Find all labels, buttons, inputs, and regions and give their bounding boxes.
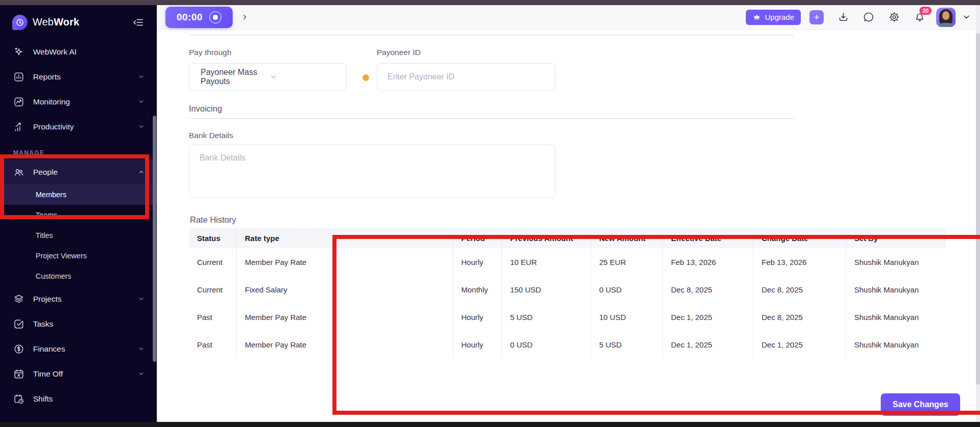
table-cell: Shushik Manukyan — [846, 331, 946, 358]
table-cell: 5 USD — [501, 303, 591, 331]
table-row: PastMember Pay RateHourly0 USD5 USDDec 1… — [189, 331, 946, 358]
chat-icon[interactable] — [863, 11, 875, 23]
sidebar-item-label: Shifts — [33, 394, 53, 404]
table-cell: Member Pay Rate — [236, 303, 453, 331]
header-cell-effective-date: Effective Date — [662, 228, 753, 248]
crown-icon — [752, 13, 761, 21]
sidebar-item-productivity[interactable]: Productivity — [0, 114, 157, 139]
payoneer-id-input[interactable] — [377, 63, 555, 91]
topbar: 00:00 Upgrade + — [157, 5, 976, 30]
chevron-down-icon — [138, 98, 145, 105]
plus-icon: + — [814, 12, 819, 22]
page-scrollbar-thumb[interactable] — [976, 33, 980, 385]
timer-expand-icon[interactable] — [241, 13, 248, 21]
reports-icon — [13, 71, 24, 83]
table-cell: 10 EUR — [501, 248, 591, 276]
sidebar-item-titles[interactable]: Titles — [0, 225, 157, 246]
payoneer-id-label: Payoneer ID — [377, 48, 421, 57]
sidebar-item-shifts[interactable]: Shifts — [0, 386, 157, 411]
finances-icon — [13, 343, 24, 355]
table-cell: Past — [189, 303, 236, 331]
download-icon[interactable] — [837, 11, 849, 23]
webwork-logo-icon — [12, 15, 27, 30]
sidebar-section-manage: MANAGE — [0, 139, 157, 159]
sidebar-item-webwork-ai[interactable]: WebWork AI — [0, 39, 157, 64]
timer-stop-icon[interactable] — [209, 11, 221, 23]
table-cell: Member Pay Rate — [236, 331, 453, 358]
sidebar-collapse-icon[interactable] — [132, 16, 145, 29]
table-cell: Shushik Manukyan — [846, 303, 946, 331]
add-button[interactable]: + — [809, 10, 824, 24]
header-cell-status: Status — [189, 228, 236, 248]
upgrade-button[interactable]: Upgrade — [746, 10, 801, 25]
status-dot — [362, 74, 369, 81]
table-cell: Past — [189, 331, 236, 358]
sidebar-item-time-off[interactable]: Time Off — [0, 361, 157, 386]
table-cell: 10 USD — [591, 303, 662, 331]
table-cell: 0 USD — [501, 331, 591, 358]
table-cell: 150 USD — [501, 276, 591, 303]
chevron-down-icon — [138, 296, 145, 302]
table-cell: Dec 1, 2025 — [753, 331, 846, 358]
table-row: PastMember Pay RateHourly5 USD10 USDDec … — [189, 303, 946, 331]
sidebar-item-people[interactable]: People — [0, 159, 157, 184]
select-chevron-down-icon — [269, 73, 338, 81]
table-row: CurrentFixed SalaryMonthly150 USD0 USDDe… — [189, 276, 946, 303]
table-cell: Dec 1, 2025 — [662, 303, 753, 331]
header-cell-set-by: Set By — [846, 228, 946, 248]
shifts-icon — [13, 393, 24, 405]
sidebar-item-tasks[interactable]: Tasks — [0, 311, 157, 336]
gear-icon[interactable] — [888, 11, 900, 23]
profile-chevron-down-icon[interactable] — [962, 13, 971, 21]
save-changes-button[interactable]: Save Changes — [881, 393, 960, 416]
sidebar-item-project-viewers[interactable]: Project Viewers — [0, 246, 157, 266]
main-content: Pay through Payoneer Mass Payouts Payone… — [157, 30, 976, 422]
table-cell: Dec 8, 2025 — [753, 276, 846, 303]
page-scrollbar[interactable] — [976, 5, 980, 422]
table-cell: Current — [189, 276, 236, 303]
sparkle-icon — [13, 46, 24, 58]
browser-frame-top — [0, 0, 980, 5]
sidebar-item-finances[interactable]: Finances — [0, 336, 157, 361]
avatar[interactable] — [936, 8, 956, 27]
table-cell: Feb 13, 2026 — [662, 248, 753, 276]
chevron-down-icon — [138, 123, 145, 130]
timer-button[interactable]: 00:00 — [165, 7, 233, 28]
topbar-actions: Upgrade + — [746, 8, 971, 27]
projects-icon — [13, 293, 24, 305]
chevron-down-icon — [138, 370, 145, 377]
header-cell-rate-type: Rate type — [236, 228, 453, 248]
notification-badge: 20 — [919, 7, 932, 15]
sidebar-item-label: Monitoring — [33, 97, 70, 106]
table-cell: Hourly — [453, 248, 501, 276]
header-cell-new-amount: New Amount — [591, 228, 662, 248]
table-header-row: StatusRate typePeriodPrevious AmountNew … — [189, 228, 946, 248]
invoicing-divider — [189, 118, 794, 119]
sidebar-item-monitoring[interactable]: Monitoring — [0, 89, 157, 114]
sidebar-scrollbar[interactable] — [153, 116, 156, 362]
sidebar-item-customers[interactable]: Customers — [0, 266, 157, 286]
bank-details-label: Bank Details — [189, 131, 233, 140]
sidebar-item-reports[interactable]: Reports — [0, 64, 157, 89]
table-cell: Feb 13, 2026 — [753, 248, 846, 276]
bell-icon[interactable]: 20 — [914, 11, 926, 23]
sidebar-item-projects[interactable]: Projects — [0, 286, 157, 311]
chevron-up-icon — [138, 169, 145, 175]
pay-through-select[interactable]: Payoneer Mass Payouts — [189, 63, 347, 91]
table-cell: 0 USD — [591, 276, 662, 303]
table-cell: Dec 8, 2025 — [753, 303, 846, 331]
brand-name: WebWork — [33, 16, 132, 28]
sidebar-item-members[interactable]: Members — [0, 184, 157, 205]
sidebar-item-teams[interactable]: Teams — [0, 205, 157, 225]
table-cell: Current — [189, 248, 236, 276]
bank-details-textarea[interactable] — [189, 145, 555, 198]
tasks-icon — [13, 318, 24, 330]
table-cell: Shushik Manukyan — [846, 276, 946, 303]
upgrade-label: Upgrade — [765, 13, 794, 21]
pay-through-value: Payoneer Mass Payouts — [201, 68, 269, 86]
productivity-icon — [13, 121, 24, 132]
rate-history-table: StatusRate typePeriodPrevious AmountNew … — [189, 228, 946, 358]
header-cell-change-date: Change Date — [753, 228, 846, 248]
chevron-down-icon — [138, 73, 145, 80]
table-cell: Monthly — [453, 276, 501, 303]
